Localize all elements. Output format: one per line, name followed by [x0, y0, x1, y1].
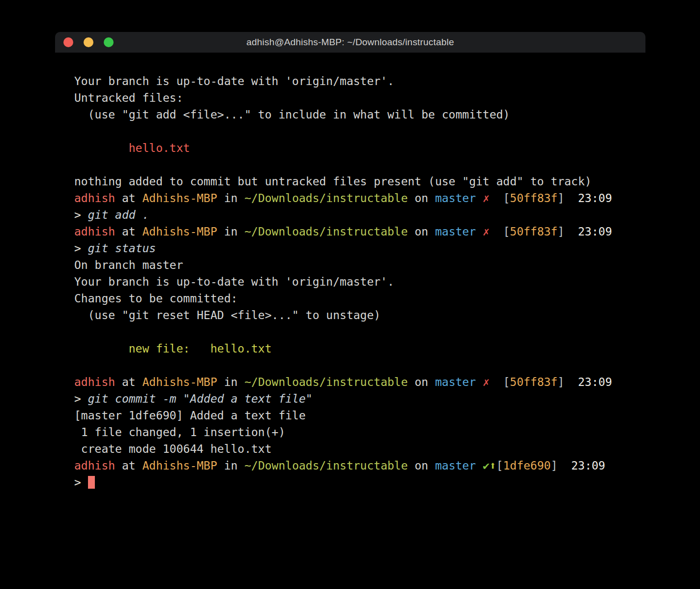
seg-path: ~/Downloads/instructable: [244, 376, 408, 388]
terminal-body[interactable]: Your branch is up-to-date with 'origin/m…: [55, 53, 645, 525]
seg-branch: master: [435, 376, 476, 388]
seg-prompt: >: [74, 208, 88, 221]
seg-bracket: [: [490, 192, 510, 205]
seg-arrow: ⬆: [490, 459, 496, 472]
terminal-line: Changes to be committed:: [74, 290, 636, 307]
seg-out: on: [408, 459, 435, 472]
seg-prompt: >: [74, 476, 88, 489]
seg-cmd: git commit -m "Added a text file": [88, 392, 313, 405]
terminal-line: new file: hello.txt: [74, 340, 636, 357]
seg-out: at: [115, 459, 142, 472]
window-titlebar[interactable]: adhish@Adhishs-MBP: ~/Downloads/instruct…: [55, 32, 645, 53]
seg-bracket: ]: [557, 376, 564, 388]
terminal-line: >: [74, 474, 636, 491]
seg-out: in: [217, 225, 244, 238]
seg-untracked: hello.txt: [74, 142, 190, 154]
seg-bracket: ]: [557, 225, 564, 238]
terminal-line: [master 1dfe690] Added a text file: [74, 407, 636, 424]
terminal-window: adhish@Adhishs-MBP: ~/Downloads/instruct…: [55, 32, 645, 557]
seg-cross: ✗: [476, 225, 490, 238]
seg-path: ~/Downloads/instructable: [244, 192, 408, 205]
terminal-line: [74, 324, 636, 340]
terminal-line: nothing added to commit but untracked fi…: [74, 173, 636, 190]
seg-cmd: git status: [88, 242, 156, 255]
seg-out: (use "git add <file>..." to include in w…: [74, 108, 510, 121]
seg-out: On branch master: [74, 259, 183, 271]
terminal-line: > git status: [74, 240, 636, 257]
seg-host: Adhishs-MBP: [142, 225, 217, 238]
seg-out: Untracked files:: [74, 91, 183, 104]
seg-prompt: >: [74, 242, 88, 255]
close-button[interactable]: [63, 37, 73, 47]
terminal-line: Your branch is up-to-date with 'origin/m…: [74, 273, 636, 290]
seg-out: 1 file changed, 1 insertion(+): [74, 426, 285, 439]
seg-out: on: [408, 192, 435, 205]
terminal-line: > git add .: [74, 206, 636, 223]
seg-prompt: >: [74, 392, 88, 405]
seg-bracket: [: [490, 225, 510, 238]
terminal-line: Your branch is up-to-date with 'origin/m…: [74, 73, 636, 89]
terminal-line: hello.txt: [74, 140, 636, 156]
seg-hash: 50ff83f: [510, 192, 557, 205]
seg-out: at: [115, 225, 142, 238]
traffic-lights: [63, 32, 114, 53]
minimize-button[interactable]: [84, 37, 93, 47]
seg-out: at: [115, 376, 142, 388]
seg-cross: ✗: [476, 376, 490, 388]
seg-cross: ✗: [476, 192, 490, 205]
seg-out: Your branch is up-to-date with 'origin/m…: [74, 275, 394, 288]
seg-out: in: [217, 192, 244, 205]
terminal-line: adhish at Adhishs-MBP in ~/Downloads/ins…: [74, 374, 636, 390]
seg-host: Adhishs-MBP: [142, 376, 217, 388]
terminal-line: [74, 123, 636, 140]
terminal-line: Untracked files:: [74, 89, 636, 106]
seg-time: 23:09: [557, 459, 605, 472]
seg-bracket: [: [496, 459, 503, 472]
seg-branch: master: [435, 459, 476, 472]
seg-time: 23:09: [564, 376, 612, 388]
seg-out: [master 1dfe690] Added a text file: [74, 409, 306, 422]
terminal-line: create mode 100644 hello.txt: [74, 441, 636, 457]
seg-time: 23:09: [564, 225, 612, 238]
terminal-line: (use "git reset HEAD <file>..." to unsta…: [74, 307, 636, 324]
seg-user: adhish: [74, 376, 115, 388]
terminal-line: adhish at Adhishs-MBP in ~/Downloads/ins…: [74, 223, 636, 240]
terminal-line: (use "git add <file>..." to include in w…: [74, 106, 636, 123]
seg-time: 23:09: [564, 192, 612, 205]
terminal-line: [74, 156, 636, 173]
seg-user: adhish: [74, 459, 115, 472]
seg-path: ~/Downloads/instructable: [244, 459, 408, 472]
seg-branch: master: [435, 225, 476, 238]
terminal-line: adhish at Adhishs-MBP in ~/Downloads/ins…: [74, 457, 636, 474]
seg-bracket: [: [490, 376, 510, 388]
seg-out: Your branch is up-to-date with 'origin/m…: [74, 75, 394, 88]
seg-out: nothing added to commit but untracked fi…: [74, 175, 591, 188]
seg-out: Changes to be committed:: [74, 292, 237, 305]
seg-out: on: [408, 376, 435, 388]
seg-host: Adhishs-MBP: [142, 459, 217, 472]
seg-out: (use "git reset HEAD <file>..." to unsta…: [74, 309, 380, 322]
seg-host: Adhishs-MBP: [142, 192, 217, 205]
seg-check: ✔: [476, 459, 490, 472]
seg-bracket: ]: [557, 192, 564, 205]
window-title: adhish@Adhishs-MBP: ~/Downloads/instruct…: [55, 37, 645, 48]
seg-out: in: [217, 376, 244, 388]
zoom-button[interactable]: [104, 37, 114, 47]
seg-out: in: [217, 459, 244, 472]
terminal-line: On branch master: [74, 257, 636, 273]
terminal-line: [74, 357, 636, 374]
seg-out: on: [408, 225, 435, 238]
terminal-cursor: [88, 476, 95, 489]
seg-user: adhish: [74, 192, 115, 205]
terminal-line: 1 file changed, 1 insertion(+): [74, 424, 636, 441]
seg-cmd: git add .: [88, 208, 149, 221]
seg-hash: 1dfe690: [503, 459, 551, 472]
desktop-background: adhish@Adhishs-MBP: ~/Downloads/instruct…: [0, 0, 700, 589]
seg-branch: master: [435, 192, 476, 205]
terminal-lines: Your branch is up-to-date with 'origin/m…: [74, 73, 636, 491]
seg-out: create mode 100644 hello.txt: [74, 442, 272, 455]
seg-hash: 50ff83f: [510, 376, 557, 388]
terminal-line: > git commit -m "Added a text file": [74, 390, 636, 407]
seg-bracket: ]: [551, 459, 557, 472]
seg-path: ~/Downloads/instructable: [244, 225, 408, 238]
